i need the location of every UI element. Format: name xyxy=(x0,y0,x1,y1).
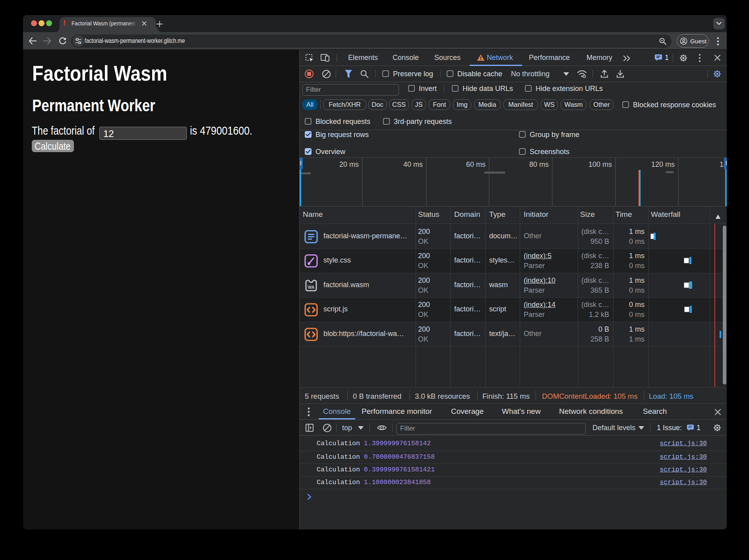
svg-text:WA: WA xyxy=(308,285,315,290)
